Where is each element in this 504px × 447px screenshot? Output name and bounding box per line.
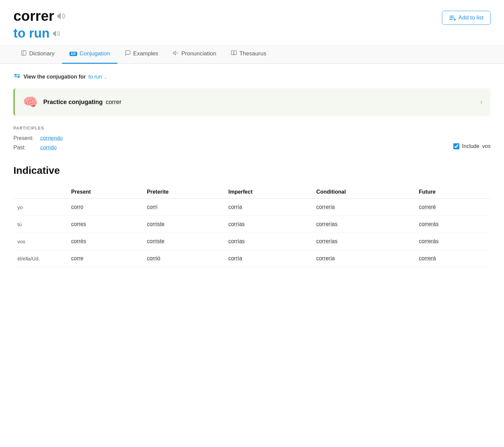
word-translation: to run [13,26,50,41]
col-pronoun [13,186,67,199]
word-translation-row: to run [13,26,66,41]
table-row: voscorréscorristecorríascorreríascorrerá… [13,233,491,250]
conj-cell-present[interactable]: corre [67,250,143,267]
practice-box-left: 🧠 Practice conjugating correr [23,95,121,109]
practice-text: Practice conjugating correr [43,99,121,106]
conj-cell-conditional[interactable]: correría [312,199,415,216]
pronunciation-icon [173,50,179,57]
conj-cell-imperfect[interactable]: corría [224,250,312,267]
tab-conjugation[interactable]: AR Conjugation [62,45,117,64]
conj-cell-conditional[interactable]: correrías [312,216,415,233]
conj-cell-imperfect[interactable]: corrías [224,233,312,250]
participle-present-value[interactable]: corriendo [40,135,63,141]
pronoun-cell: yo [13,199,67,216]
word-main-row: correr [13,8,66,24]
tab-pronunciation-label: Pronunciation [181,50,216,57]
tabs-bar: Dictionary AR Conjugation Examples Pronu… [0,45,504,64]
word-block: correr to run [13,8,66,41]
main-word: correr [13,8,54,24]
examples-icon [125,50,131,57]
add-to-list-button[interactable]: Add to list [442,11,491,25]
svg-rect-5 [21,51,26,55]
conjugation-link-prefix: View the conjugation for [23,74,86,80]
participles-section: PARTICIPLES Present: corriendo Past: cor… [13,126,491,154]
arrows-icon [13,73,21,80]
conj-cell-conditional[interactable]: correría [312,250,415,267]
conj-cell-future[interactable]: correré [415,199,491,216]
conjugation-link-anchor[interactable]: to run [89,74,102,80]
conj-cell-present[interactable]: corrés [67,233,143,250]
word-speaker-icon[interactable] [57,12,66,20]
include-vos-label: Include vos [462,143,491,149]
participle-present-label: Present: [13,135,40,141]
conj-cell-future[interactable]: correrás [415,233,491,250]
svg-marker-7 [173,51,176,55]
col-preterite: Preterite [143,186,224,199]
table-row: yocorrocorrícorríacorreríacorreré [13,199,491,216]
col-imperfect: Imperfect [224,186,312,199]
practice-box[interactable]: 🧠 Practice conjugating correr › [13,88,491,116]
participle-present-row: Present: corriendo [13,135,491,141]
tab-thesaurus-label: Thesaurus [239,50,266,57]
col-future: Future [415,186,491,199]
table-row: túcorrescorristecorríascorreríascorrerás [13,216,491,233]
tab-conjugation-label: Conjugation [80,50,110,57]
thesaurus-icon [231,50,237,57]
conj-cell-present[interactable]: corres [67,216,143,233]
add-to-list-label: Add to list [458,14,484,21]
indicative-section: Indicative Present Preterite Imperfect C… [13,165,491,267]
conj-cell-imperfect[interactable]: corrías [224,216,312,233]
pronoun-cell: tú [13,216,67,233]
col-present: Present [67,186,143,199]
participles-label: PARTICIPLES [13,126,491,131]
tab-examples[interactable]: Examples [117,45,166,64]
pronoun-cell: vos [13,233,67,250]
tab-examples-label: Examples [133,50,158,57]
participle-past-value[interactable]: corrido [40,145,57,151]
include-vos-row: Include vos [453,143,491,149]
conj-cell-future[interactable]: correrás [415,216,491,233]
include-vos-checkbox[interactable] [453,143,459,149]
translation-speaker-icon[interactable] [53,30,61,37]
tab-dictionary[interactable]: Dictionary [13,45,62,64]
participle-past-row: Past: corrido [13,145,57,151]
conjugation-table: Present Preterite Imperfect Conditional … [13,186,491,267]
conj-cell-present[interactable]: corro [67,199,143,216]
pronoun-cell: él/ella/Ud. [13,250,67,267]
dictionary-icon [21,50,27,57]
conjugation-badge: AR [69,52,77,56]
conj-cell-imperfect[interactable]: corría [224,199,312,216]
tab-pronunciation[interactable]: Pronunciation [165,45,223,64]
tab-thesaurus[interactable]: Thesaurus [223,45,273,64]
conj-cell-preterite[interactable]: corriste [143,216,224,233]
conj-cell-preterite[interactable]: corriste [143,233,224,250]
conj-cell-preterite[interactable]: corrí [143,199,224,216]
header: correr to run [0,0,504,45]
content-area: View the conjugation for to run. 🧠 Pract… [0,64,504,277]
col-conditional: Conditional [312,186,415,199]
participle-past-label: Past: [13,145,40,151]
brain-icon: 🧠 [23,95,38,109]
conjugation-link-row: View the conjugation for to run. [13,73,491,80]
indicative-title: Indicative [13,165,491,176]
chevron-right-icon: › [480,98,483,106]
conj-cell-future[interactable]: correrá [415,250,491,267]
conj-cell-conditional[interactable]: correrías [312,233,415,250]
table-header-row: Present Preterite Imperfect Conditional … [13,186,491,199]
conj-cell-preterite[interactable]: corrió [143,250,224,267]
table-row: él/ella/Ud.correcorriócorríacorreríacorr… [13,250,491,267]
tab-dictionary-label: Dictionary [29,50,55,57]
